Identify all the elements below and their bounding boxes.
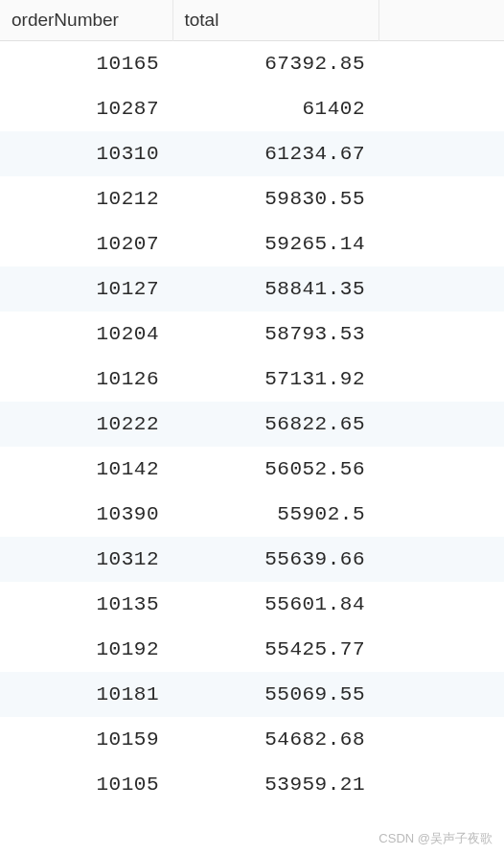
cell-orderNumber: 10310 (0, 131, 172, 176)
cell-orderNumber: 10159 (0, 717, 172, 762)
cell-empty (378, 176, 504, 221)
cell-orderNumber: 10222 (0, 402, 172, 447)
table-row[interactable]: 10207 59265.14 (0, 221, 504, 266)
cell-empty (378, 447, 504, 492)
cell-empty (378, 672, 504, 717)
cell-empty (378, 492, 504, 537)
column-header-orderNumber[interactable]: orderNumber (0, 0, 172, 41)
cell-empty (378, 357, 504, 402)
table-row[interactable]: 10287 61402 (0, 86, 504, 131)
cell-total: 67392.85 (172, 41, 378, 86)
cell-empty (378, 221, 504, 266)
cell-total: 58841.35 (172, 266, 378, 312)
cell-orderNumber: 10181 (0, 672, 172, 717)
table-row[interactable]: 10192 55425.77 (0, 627, 504, 672)
cell-empty (378, 131, 504, 176)
table-row[interactable]: 10105 53959.21 (0, 762, 504, 807)
table-row[interactable]: 10204 58793.53 (0, 312, 504, 357)
cell-empty (378, 312, 504, 357)
cell-orderNumber: 10204 (0, 312, 172, 357)
result-grid-container: orderNumber total 10165 67392.85 10287 6… (0, 0, 504, 855)
cell-total: 61234.67 (172, 131, 378, 176)
table-row[interactable]: 10310 61234.67 (0, 131, 504, 176)
cell-total: 55601.84 (172, 582, 378, 627)
cell-orderNumber: 10126 (0, 357, 172, 402)
cell-empty (378, 537, 504, 582)
table-body: 10165 67392.85 10287 61402 10310 61234.6… (0, 41, 504, 807)
table-row[interactable]: 10127 58841.35 (0, 266, 504, 312)
cell-empty (378, 41, 504, 86)
cell-total: 53959.21 (172, 762, 378, 807)
table-row[interactable]: 10135 55601.84 (0, 582, 504, 627)
cell-orderNumber: 10127 (0, 266, 172, 312)
table-row[interactable]: 10222 56822.65 (0, 402, 504, 447)
table-header-row: orderNumber total (0, 0, 504, 41)
table-row[interactable]: 10390 55902.5 (0, 492, 504, 537)
cell-empty (378, 627, 504, 672)
cell-orderNumber: 10207 (0, 221, 172, 266)
cell-orderNumber: 10142 (0, 447, 172, 492)
watermark-text: CSDN @吴声子夜歌 (378, 830, 493, 847)
cell-total: 59265.14 (172, 221, 378, 266)
column-header-total[interactable]: total (172, 0, 378, 41)
cell-empty (378, 86, 504, 131)
cell-total: 55425.77 (172, 627, 378, 672)
cell-total: 59830.55 (172, 176, 378, 221)
column-header-empty (378, 0, 504, 41)
cell-total: 58793.53 (172, 312, 378, 357)
cell-total: 55069.55 (172, 672, 378, 717)
cell-orderNumber: 10135 (0, 582, 172, 627)
table-row[interactable]: 10159 54682.68 (0, 717, 504, 762)
cell-total: 56052.56 (172, 447, 378, 492)
cell-total: 61402 (172, 86, 378, 131)
cell-orderNumber: 10192 (0, 627, 172, 672)
table-row[interactable]: 10165 67392.85 (0, 41, 504, 86)
cell-empty (378, 582, 504, 627)
cell-total: 56822.65 (172, 402, 378, 447)
table-row[interactable]: 10142 56052.56 (0, 447, 504, 492)
cell-empty (378, 402, 504, 447)
cell-orderNumber: 10287 (0, 86, 172, 131)
cell-orderNumber: 10165 (0, 41, 172, 86)
cell-empty (378, 717, 504, 762)
table-row[interactable]: 10126 57131.92 (0, 357, 504, 402)
cell-orderNumber: 10105 (0, 762, 172, 807)
cell-total: 55639.66 (172, 537, 378, 582)
result-table: orderNumber total 10165 67392.85 10287 6… (0, 0, 504, 807)
cell-total: 54682.68 (172, 717, 378, 762)
table-row[interactable]: 10181 55069.55 (0, 672, 504, 717)
cell-orderNumber: 10312 (0, 537, 172, 582)
cell-empty (378, 762, 504, 807)
cell-orderNumber: 10390 (0, 492, 172, 537)
cell-total: 55902.5 (172, 492, 378, 537)
cell-orderNumber: 10212 (0, 176, 172, 221)
cell-total: 57131.92 (172, 357, 378, 402)
table-row[interactable]: 10312 55639.66 (0, 537, 504, 582)
table-row[interactable]: 10212 59830.55 (0, 176, 504, 221)
cell-empty (378, 266, 504, 312)
